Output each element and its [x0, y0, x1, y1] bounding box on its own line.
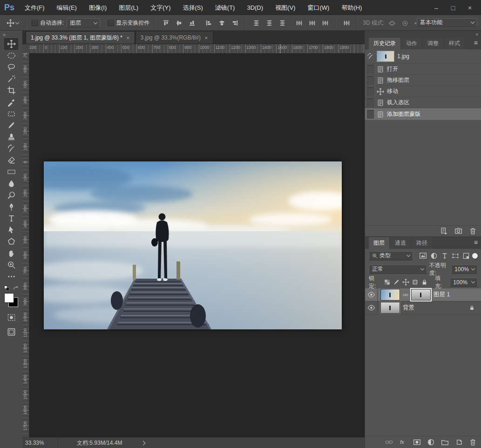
tool-lasso[interactable]	[4, 61, 18, 73]
distribute-vertical-centers-button[interactable]	[264, 18, 274, 28]
menu-3d[interactable]: 3D(D)	[241, 4, 269, 11]
quick-mask-mode-button[interactable]	[4, 312, 18, 323]
lock-all-button[interactable]	[421, 279, 428, 286]
align-right-edges-button[interactable]	[230, 18, 240, 28]
document-tab-3jpg[interactable]: 3.jpg @ 33.3%(RGB/8#) ×	[135, 31, 213, 44]
menu-file[interactable]: 文件(F)	[19, 4, 51, 12]
filter-toggle-switch[interactable]	[472, 253, 478, 259]
tool-shape[interactable]	[4, 236, 18, 247]
tab-adjustments[interactable]: 调整	[423, 38, 443, 49]
filter-type-layers-button[interactable]	[441, 252, 448, 260]
history-item-load-selection[interactable]: 载入选区	[365, 97, 481, 108]
history-source-well[interactable]	[367, 76, 374, 85]
lock-artboard-button[interactable]	[412, 279, 419, 286]
menu-window[interactable]: 窗口(W)	[301, 4, 335, 12]
align-horizontal-centers-button[interactable]	[217, 18, 227, 28]
tool-hand[interactable]	[4, 247, 18, 259]
foreground-color-swatch[interactable]	[4, 293, 14, 303]
screen-mode-button[interactable]	[4, 326, 18, 338]
panel-menu-icon[interactable]: ≡	[474, 39, 478, 47]
3d-roll-button[interactable]	[400, 18, 410, 28]
tool-gradient[interactable]	[4, 166, 18, 178]
tool-healing-brush[interactable]	[4, 108, 18, 120]
filter-smart-object-button[interactable]	[462, 252, 470, 260]
distribute-left-edges-button[interactable]	[294, 18, 304, 28]
new-group-button[interactable]	[441, 438, 449, 446]
history-source-well[interactable]	[367, 98, 374, 107]
link-layers-button[interactable]	[385, 438, 393, 446]
auto-select-checkbox[interactable]: 自动选择:	[32, 19, 64, 27]
distribute-horizontal-centers-button[interactable]	[307, 18, 317, 28]
distribute-top-edges-button[interactable]	[251, 18, 261, 28]
delete-state-button[interactable]	[469, 227, 477, 235]
layer-thumbnail[interactable]	[380, 289, 400, 301]
layer-row-background[interactable]: 背景	[365, 301, 481, 314]
align-bottom-edges-button[interactable]	[187, 18, 197, 28]
layer-style-button[interactable]	[399, 438, 407, 446]
distribute-bottom-edges-button[interactable]	[277, 18, 287, 28]
layer-name[interactable]: 图层 1	[434, 291, 450, 299]
new-adjustment-layer-button[interactable]	[427, 438, 435, 446]
tool-type[interactable]	[4, 213, 18, 224]
layer-mask-thumbnail[interactable]	[411, 289, 431, 301]
lock-transparent-pixels-button[interactable]	[384, 279, 391, 286]
history-item-open[interactable]: 打开	[365, 64, 481, 75]
history-item-drag-layer[interactable]: 拖移图层	[365, 75, 481, 86]
align-left-edges-button[interactable]	[203, 18, 214, 28]
tool-pen[interactable]	[4, 201, 18, 213]
layer-thumbnail[interactable]	[380, 302, 400, 314]
canvas-image[interactable]	[43, 161, 342, 330]
3d-orbit-button[interactable]	[387, 18, 397, 28]
filter-adjustment-layers-button[interactable]	[430, 252, 438, 260]
status-menu-chevron-icon[interactable]	[141, 441, 146, 445]
tool-move[interactable]	[4, 38, 18, 50]
history-source-well[interactable]	[367, 110, 374, 119]
add-layer-mask-button[interactable]	[413, 438, 421, 446]
tool-brush[interactable]	[4, 120, 18, 131]
align-vertical-centers-button[interactable]	[174, 18, 184, 28]
ruler-origin-corner[interactable]	[22, 44, 29, 53]
filter-shape-layers-button[interactable]	[452, 252, 459, 260]
history-snapshot-row[interactable]: 1.jpg	[365, 49, 481, 64]
fill-dropdown[interactable]: 100%	[450, 278, 478, 287]
filter-pixel-layers-button[interactable]	[419, 252, 427, 260]
layer-row-layer1[interactable]: 图层 1	[365, 288, 481, 301]
blend-mode-dropdown[interactable]: 正常	[369, 265, 427, 274]
tool-quick-selection[interactable]	[4, 73, 18, 85]
swap-colors-button[interactable]	[13, 285, 19, 291]
collapse-panels-icon[interactable]: »	[475, 32, 478, 37]
visibility-toggle[interactable]	[365, 301, 378, 314]
history-source-well[interactable]	[367, 65, 374, 74]
distribute-right-edges-button[interactable]	[320, 18, 330, 28]
close-button[interactable]: ×	[461, 3, 478, 13]
layer-filter-dropdown[interactable]: 类型	[369, 251, 413, 261]
tab-layers[interactable]: 图层	[369, 237, 389, 249]
lock-position-button[interactable]	[402, 279, 409, 286]
menu-help[interactable]: 帮助(H)	[335, 4, 368, 12]
history-item-move[interactable]: 移动	[365, 86, 481, 97]
close-icon[interactable]: ×	[126, 34, 130, 41]
collapse-tools-icon[interactable]: »	[0, 31, 8, 38]
tab-history[interactable]: 历史记录	[369, 38, 400, 49]
tool-preset-picker[interactable]	[5, 18, 20, 28]
menu-layer[interactable]: 图层(L)	[113, 4, 144, 12]
layer-name[interactable]: 背景	[403, 304, 414, 312]
menu-filter[interactable]: 滤镜(T)	[209, 4, 241, 12]
maximize-button[interactable]: □	[445, 3, 461, 13]
show-transform-checkbox[interactable]: 显示变换控件	[108, 19, 149, 27]
minimize-button[interactable]: –	[428, 3, 445, 13]
tool-crop[interactable]	[4, 85, 18, 96]
new-snapshot-button[interactable]	[454, 227, 462, 235]
lock-image-pixels-button[interactable]	[393, 279, 400, 286]
vertical-ruler[interactable]: 7006005004003002001000100200300400500600…	[22, 53, 29, 438]
document-tab-1jpg[interactable]: 1.jpg @ 33.3% (图层 1, 图层蒙版/8) * ×	[26, 31, 135, 44]
history-item-add-layer-mask[interactable]: 添加图层蒙版	[365, 108, 481, 120]
tab-styles[interactable]: 样式	[444, 38, 465, 49]
panel-menu-icon[interactable]: ≡	[474, 239, 478, 246]
new-layer-button[interactable]	[455, 438, 463, 446]
menu-image[interactable]: 图像(I)	[83, 4, 113, 12]
tab-actions[interactable]: 动作	[401, 38, 422, 49]
tab-channels[interactable]: 通道	[390, 237, 411, 249]
tab-paths[interactable]: 路径	[412, 237, 432, 249]
mask-link-icon[interactable]	[403, 292, 408, 298]
